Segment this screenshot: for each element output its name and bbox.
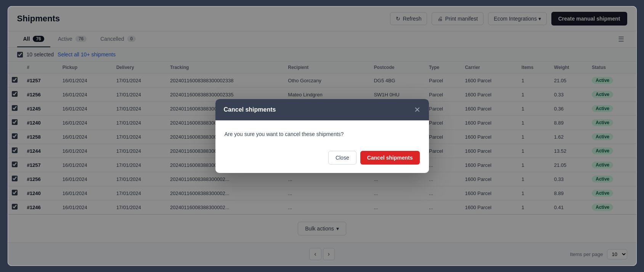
- modal-overlay: Cancel shipments ✕ Are you sure you want…: [8, 6, 636, 266]
- modal-header: Cancel shipments ✕: [215, 99, 429, 120]
- modal-footer: Close Cancel shipments: [215, 145, 429, 173]
- modal-title: Cancel shipments: [224, 106, 276, 113]
- modal-body: Are you sure you want to cancel these sh…: [215, 120, 429, 145]
- modal-confirm-button[interactable]: Cancel shipments: [360, 151, 420, 165]
- modal-close-icon-button[interactable]: ✕: [414, 106, 421, 114]
- modal-body-text: Are you sure you want to cancel these sh…: [225, 131, 420, 137]
- cancel-shipments-modal: Cancel shipments ✕ Are you sure you want…: [215, 99, 429, 173]
- modal-close-button[interactable]: Close: [328, 151, 357, 165]
- app-window: Shipments ↻ Refresh 🖨 Print manifest Eco…: [8, 6, 637, 266]
